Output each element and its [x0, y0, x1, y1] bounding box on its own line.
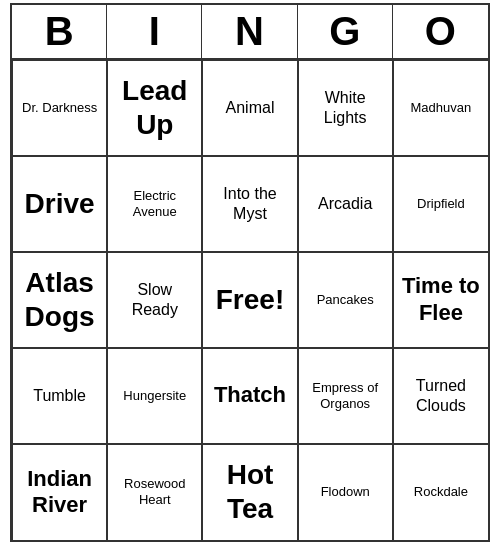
bingo-cell: Pancakes — [298, 252, 393, 348]
bingo-cell: Indian River — [12, 444, 107, 540]
cell-text: Rosewood Heart — [112, 476, 197, 507]
cell-text: Tumble — [33, 386, 86, 405]
cell-text: Arcadia — [318, 194, 372, 213]
cell-text: Animal — [226, 98, 275, 117]
bingo-header: BINGO — [12, 5, 488, 60]
cell-text: White Lights — [303, 88, 388, 126]
cell-text: Indian River — [17, 466, 102, 519]
cell-text: Time to Flee — [398, 273, 484, 326]
cell-text: Drive — [25, 187, 95, 221]
cell-text: Empress of Organos — [303, 380, 388, 411]
bingo-cell: Electric Avenue — [107, 156, 202, 252]
header-letter: I — [107, 5, 202, 58]
bingo-cell: Slow Ready — [107, 252, 202, 348]
bingo-cell: Madhuvan — [393, 60, 488, 156]
bingo-cell: Free! — [202, 252, 297, 348]
cell-text: Dr. Darkness — [22, 100, 97, 116]
bingo-cell: Flodown — [298, 444, 393, 540]
cell-text: Hot Tea — [207, 458, 292, 525]
header-letter: B — [12, 5, 107, 58]
bingo-cell: Time to Flee — [393, 252, 488, 348]
bingo-cell: Thatch — [202, 348, 297, 444]
bingo-cell: Hot Tea — [202, 444, 297, 540]
header-letter: O — [393, 5, 488, 58]
cell-text: Hungersite — [123, 388, 186, 404]
bingo-cell: Dr. Darkness — [12, 60, 107, 156]
bingo-cell: Atlas Dogs — [12, 252, 107, 348]
cell-text: Free! — [216, 284, 284, 316]
cell-text: Slow Ready — [112, 280, 197, 318]
cell-text: Turned Clouds — [398, 376, 484, 414]
cell-text: Rockdale — [414, 484, 468, 500]
cell-text: Into the Myst — [207, 184, 292, 222]
cell-text: Flodown — [321, 484, 370, 500]
bingo-cell: Dripfield — [393, 156, 488, 252]
bingo-cell: Empress of Organos — [298, 348, 393, 444]
bingo-cell: Lead Up — [107, 60, 202, 156]
bingo-cell: Turned Clouds — [393, 348, 488, 444]
cell-text: Dripfield — [417, 196, 465, 212]
cell-text: Madhuvan — [411, 100, 472, 116]
header-letter: N — [202, 5, 297, 58]
cell-text: Pancakes — [317, 292, 374, 308]
bingo-cell: Tumble — [12, 348, 107, 444]
bingo-card: BINGO Dr. DarknessLead UpAnimalWhite Lig… — [10, 3, 490, 542]
bingo-cell: Animal — [202, 60, 297, 156]
bingo-cell: Into the Myst — [202, 156, 297, 252]
bingo-cell: Drive — [12, 156, 107, 252]
bingo-cell: Rockdale — [393, 444, 488, 540]
bingo-cell: Arcadia — [298, 156, 393, 252]
bingo-cell: White Lights — [298, 60, 393, 156]
cell-text: Lead Up — [112, 74, 197, 141]
bingo-cell: Rosewood Heart — [107, 444, 202, 540]
bingo-cell: Hungersite — [107, 348, 202, 444]
header-letter: G — [298, 5, 393, 58]
cell-text: Electric Avenue — [112, 188, 197, 219]
bingo-grid: Dr. DarknessLead UpAnimalWhite LightsMad… — [12, 60, 488, 540]
cell-text: Thatch — [214, 382, 286, 408]
cell-text: Atlas Dogs — [17, 266, 102, 333]
